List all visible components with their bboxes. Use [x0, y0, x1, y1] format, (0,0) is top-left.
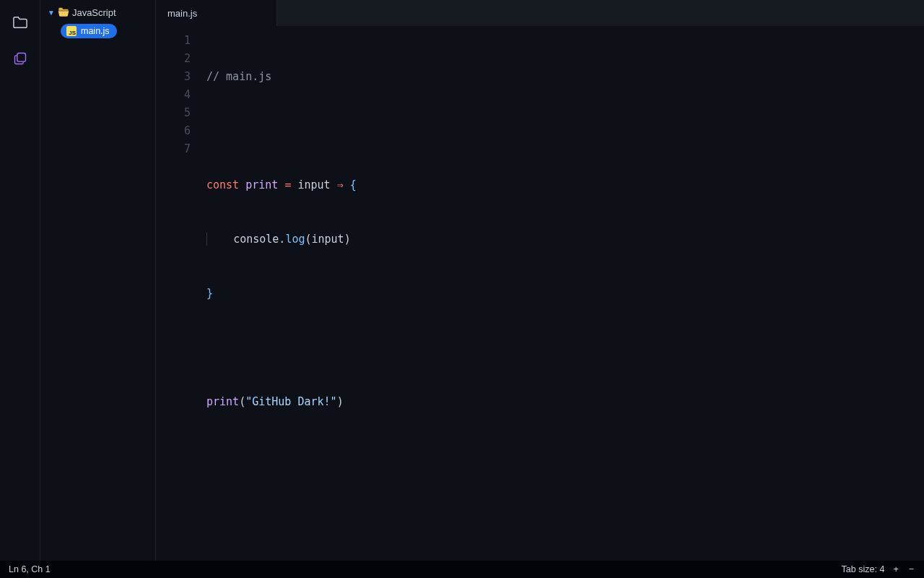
activity-bar	[0, 0, 40, 561]
javascript-file-icon: JS	[66, 26, 77, 36]
token-brace: {	[350, 178, 357, 191]
svg-rect-0	[17, 53, 25, 62]
line-number: 1	[156, 32, 191, 50]
code-content[interactable]: // main.js const print = input ⇒ { conso…	[206, 32, 924, 561]
tab-size-increase-button[interactable]: +	[892, 564, 899, 574]
editor-column: main.js 1 2 3 4 5 6 7 // main.js const p…	[156, 0, 924, 561]
chevron-down-icon: ▼	[48, 9, 55, 17]
token-param: input	[297, 178, 330, 191]
code-editor[interactable]: 1 2 3 4 5 6 7 // main.js const print = i…	[156, 26, 924, 561]
tab-label: main.js	[167, 8, 197, 19]
file-tree: ▼ JavaScript JS main.js	[40, 0, 156, 561]
line-number: 7	[156, 140, 191, 158]
tree-file-main-js[interactable]: JS main.js	[61, 24, 117, 38]
token-operator: =	[284, 178, 291, 191]
tab-size-label[interactable]: Tab size: 4	[842, 564, 885, 574]
tree-file-label: main.js	[81, 26, 110, 36]
token-arrow: ⇒	[337, 178, 344, 191]
line-number: 5	[156, 104, 191, 122]
token-keyword: const	[206, 178, 239, 191]
token-punct: (	[305, 233, 311, 246]
line-number: 2	[156, 50, 191, 68]
line-number: 6	[156, 122, 191, 140]
token-identifier: print	[206, 395, 239, 408]
tab-size-decrease-button[interactable]: −	[907, 564, 915, 574]
status-bar: Ln 6, Ch 1 Tab size: 4 + −	[0, 561, 924, 578]
indent-guide	[206, 233, 207, 246]
token-indent	[207, 233, 233, 246]
token-punct: (	[239, 395, 245, 408]
tab-bar: main.js	[156, 0, 924, 26]
token-string: "GitHub Dark!"	[245, 395, 336, 408]
line-number: 4	[156, 86, 191, 104]
panels-icon[interactable]	[12, 51, 28, 66]
token-identifier: print	[245, 178, 278, 191]
token-property: log	[285, 233, 305, 246]
folder-icon[interactable]	[12, 14, 28, 30]
token-punct: )	[344, 233, 351, 246]
main-area: ▼ JavaScript JS main.js main.js 1 2 3 4 …	[0, 0, 924, 561]
token-brace: }	[206, 287, 213, 300]
tree-folder-label: JavaScript	[72, 7, 116, 18]
cursor-position[interactable]: Ln 6, Ch 1	[9, 564, 51, 574]
line-number: 3	[156, 68, 191, 86]
token-punct: )	[337, 395, 344, 408]
tree-folder-javascript[interactable]: ▼ JavaScript	[40, 4, 155, 21]
token-comment: // main.js	[206, 70, 271, 83]
tab-main-js[interactable]: main.js	[156, 0, 277, 26]
folder-open-icon	[58, 7, 69, 19]
token-identifier: console	[233, 233, 279, 246]
token-identifier: input	[312, 233, 344, 246]
line-number-gutter: 1 2 3 4 5 6 7	[156, 32, 206, 561]
